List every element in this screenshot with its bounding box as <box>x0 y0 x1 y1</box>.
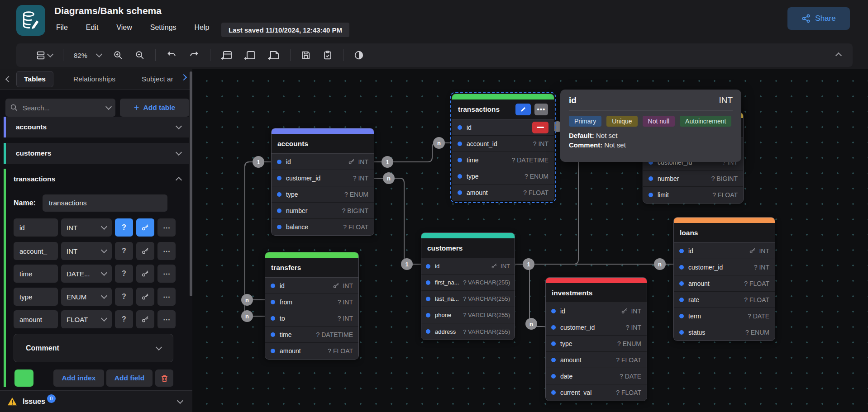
theme-toggle-button[interactable] <box>354 50 364 60</box>
accordion-transactions[interactable]: transactions <box>4 169 189 189</box>
table-field-row[interactable]: phone? VARCHAR(255) <box>421 307 515 323</box>
share-button[interactable]: Share <box>787 7 850 30</box>
accordion-accounts[interactable]: accounts <box>4 117 189 137</box>
table-color-swatch[interactable] <box>14 369 33 387</box>
table-field-row[interactable]: customer_id? INT <box>272 170 374 186</box>
table-transfers[interactable]: transfers idINT from? INT to? INT time? … <box>265 252 359 360</box>
table-field-row[interactable]: customer_id? INT <box>674 259 775 275</box>
table-field-row[interactable]: idINT <box>265 278 358 294</box>
add-table-button[interactable]: + Add table <box>120 99 189 117</box>
table-field-row[interactable]: rate? FLOAT <box>674 292 775 308</box>
table-investments[interactable]: investments idINT customer_id? INT type?… <box>545 277 647 401</box>
menu-settings[interactable]: Settings <box>150 24 176 32</box>
field-name-input[interactable]: account_ <box>14 242 58 260</box>
table-field-row[interactable]: customer_id? INT <box>546 319 647 336</box>
save-button[interactable] <box>301 50 311 60</box>
todo-button[interactable] <box>323 50 333 60</box>
menu-edit[interactable]: Edit <box>86 24 99 32</box>
zoom-out-button[interactable] <box>135 50 145 60</box>
primary-key-toggle[interactable] <box>136 310 154 328</box>
field-name-input[interactable]: type <box>14 288 58 306</box>
delete-field-button[interactable] <box>532 122 548 133</box>
field-more-button[interactable]: ⋯ <box>157 288 176 306</box>
table-field-row[interactable]: idINT <box>674 243 775 259</box>
table-field-row[interactable]: amount? FLOAT <box>452 185 554 201</box>
table-search[interactable] <box>5 99 115 117</box>
field-type-dropdown[interactable]: ENUM <box>61 288 112 306</box>
primary-key-toggle[interactable] <box>136 288 154 306</box>
table-field-row[interactable]: time? DATETIME <box>452 152 554 168</box>
app-logo[interactable] <box>16 5 45 36</box>
collapse-toolbar-chevron[interactable] <box>835 52 842 59</box>
table-field-row-hovered[interactable]: id <box>452 119 554 136</box>
primary-key-toggle[interactable] <box>136 242 154 260</box>
issues-bar[interactable]: Issues 0 <box>0 390 192 412</box>
tab-relationships[interactable]: Relationships <box>69 75 120 83</box>
nullable-toggle[interactable]: ? <box>115 288 133 306</box>
field-more-button[interactable]: ⋯ <box>157 218 176 237</box>
table-field-row[interactable]: type? ENUM <box>272 186 374 203</box>
table-field-row[interactable]: type? ENUM <box>546 336 647 352</box>
menu-help[interactable]: Help <box>195 24 210 32</box>
table-field-row[interactable]: limit? FLOAT <box>643 187 743 203</box>
table-field-row[interactable]: amount? FLOAT <box>546 352 647 368</box>
add-index-button[interactable]: Add index <box>53 369 104 387</box>
add-note-toolbar-button[interactable] <box>268 50 280 61</box>
primary-key-toggle[interactable] <box>136 265 154 283</box>
menu-view[interactable]: View <box>116 24 132 32</box>
field-more-button[interactable]: ⋯ <box>157 242 176 260</box>
field-more-button[interactable]: ⋯ <box>157 310 176 328</box>
table-field-row[interactable]: time? DATETIME <box>265 327 358 343</box>
field-type-dropdown[interactable]: FLOAT <box>61 310 112 328</box>
undo-button[interactable] <box>166 50 177 60</box>
field-more-button[interactable]: ⋯ <box>157 265 176 283</box>
table-field-row[interactable]: status? ENUM <box>674 324 775 341</box>
tab-subject-areas[interactable]: Subject ar <box>137 75 175 83</box>
table-field-row[interactable]: current_val? FLOAT <box>546 384 647 401</box>
table-loans[interactable]: loans idINT customer_id? INT amount? FLO… <box>673 217 775 341</box>
tab-tables[interactable]: Tables <box>16 71 53 87</box>
field-name-input[interactable]: time <box>14 265 58 283</box>
table-transactions[interactable]: transactions ••• id account_id? INT time… <box>452 94 554 201</box>
table-name-input[interactable] <box>43 194 167 212</box>
zoom-level-dropdown[interactable]: 82% <box>74 52 101 59</box>
table-field-row[interactable]: last_na...? VARCHAR(255) <box>421 291 515 307</box>
edit-table-button[interactable] <box>515 104 531 115</box>
table-field-row[interactable]: type? ENUM <box>452 168 554 185</box>
table-field-row[interactable]: to? INT <box>265 310 358 327</box>
zoom-in-button[interactable] <box>113 50 123 60</box>
table-field-row[interactable]: address? VARCHAR(255) <box>421 323 515 340</box>
diagram-menu-button[interactable] <box>36 50 52 60</box>
table-field-row[interactable]: balance? FLOAT <box>272 219 374 235</box>
table-field-row[interactable]: idINT <box>421 258 515 275</box>
primary-key-toggle[interactable] <box>136 218 154 237</box>
add-field-button[interactable]: Add field <box>106 369 153 387</box>
field-type-dropdown[interactable]: INT <box>61 218 112 237</box>
tabs-scroll-left-icon[interactable] <box>5 76 12 82</box>
tabs-scroll-right-icon[interactable] <box>181 74 187 81</box>
search-input[interactable] <box>22 104 91 112</box>
field-type-dropdown[interactable]: INT <box>61 242 112 260</box>
redo-button[interactable] <box>189 50 200 60</box>
field-name-input[interactable]: amount <box>14 310 58 328</box>
nullable-toggle[interactable]: ? <box>115 265 133 283</box>
table-accounts[interactable]: accounts idINT customer_id? INT type? EN… <box>271 128 374 236</box>
field-name-input[interactable]: id <box>14 218 58 237</box>
table-field-row[interactable]: idINT <box>546 303 647 319</box>
accordion-customers[interactable]: customers <box>4 143 189 164</box>
nullable-toggle[interactable]: ? <box>115 218 133 237</box>
diagram-canvas[interactable]: 1 n n 1 1 n n 1 n n accounts idINT custo… <box>192 69 868 412</box>
table-field-row[interactable]: number? BIGINT <box>643 170 743 187</box>
comment-section[interactable]: Comment <box>14 334 173 362</box>
nullable-toggle[interactable]: ? <box>115 242 133 260</box>
table-field-row[interactable]: account_id? INT <box>452 136 554 152</box>
table-field-row[interactable]: idINT <box>272 154 374 170</box>
add-area-toolbar-button[interactable] <box>244 50 256 61</box>
table-field-row[interactable]: first_na...? VARCHAR(255) <box>421 275 515 291</box>
table-field-row[interactable]: amount? FLOAT <box>265 343 358 359</box>
table-field-row[interactable]: from? INT <box>265 294 358 310</box>
field-type-dropdown[interactable]: DATE... <box>61 265 112 283</box>
table-field-row[interactable]: date? DATE <box>546 368 647 384</box>
add-table-toolbar-button[interactable] <box>221 50 233 61</box>
nullable-toggle[interactable]: ? <box>115 310 133 328</box>
